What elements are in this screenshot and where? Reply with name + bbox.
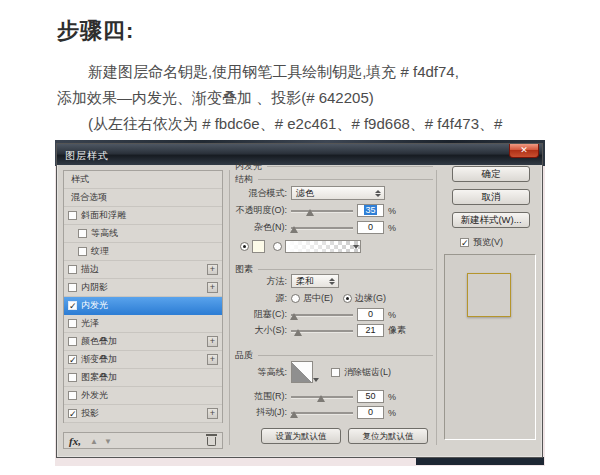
style-item-label: 内发光 bbox=[81, 300, 108, 310]
range-input[interactable]: 50 bbox=[357, 390, 384, 403]
checkbox-icon[interactable] bbox=[68, 301, 77, 310]
checkbox-icon[interactable] bbox=[68, 409, 77, 418]
checkbox-icon[interactable] bbox=[68, 355, 77, 364]
choke-slider[interactable] bbox=[291, 309, 353, 321]
cancel-button[interactable]: 取消 bbox=[452, 189, 530, 205]
noise-row: 杂色(N): 0 % bbox=[235, 221, 433, 234]
blend-mode-select[interactable]: 滤色 bbox=[291, 186, 385, 200]
style-item-label: 样式 bbox=[71, 174, 89, 184]
preview-well bbox=[444, 254, 536, 440]
style-item-gradient-overlay[interactable]: 渐变叠加 + bbox=[64, 351, 222, 369]
slider-thumb-icon[interactable] bbox=[294, 329, 302, 336]
technique-label: 方法: bbox=[235, 275, 287, 288]
contour-thumbnail[interactable] bbox=[291, 361, 313, 383]
style-item-contour[interactable]: 等高线 bbox=[64, 225, 222, 243]
checkbox-icon[interactable] bbox=[68, 265, 77, 274]
canvas-bottom-strip bbox=[416, 457, 544, 465]
slider-thumb-icon[interactable] bbox=[290, 313, 298, 320]
style-item-blending-options[interactable]: 混合选项 bbox=[64, 189, 222, 207]
inner-glow-panel: 内发光 结构 混合模式: 滤色 不透明度(O): 35 % bbox=[235, 160, 433, 452]
ok-button[interactable]: 确定 bbox=[452, 166, 530, 182]
style-item-texture[interactable]: 纹理 bbox=[64, 243, 222, 261]
source-center-radio[interactable] bbox=[291, 294, 300, 303]
gradient-radio[interactable] bbox=[273, 242, 282, 251]
chevron-down-icon bbox=[313, 378, 319, 382]
opacity-slider[interactable] bbox=[291, 205, 353, 217]
style-item-color-overlay[interactable]: 颜色叠加 + bbox=[64, 333, 222, 351]
style-item-drop-shadow[interactable]: 投影 + bbox=[64, 405, 222, 423]
style-preview-thumbnail bbox=[467, 273, 511, 317]
style-item-pattern-overlay[interactable]: 图案叠加 bbox=[64, 369, 222, 387]
slider-thumb-icon[interactable] bbox=[290, 226, 298, 233]
preview-toggle-row: 预览(V) bbox=[460, 236, 503, 249]
jitter-label: 抖动(J): bbox=[235, 406, 287, 419]
style-item-label: 投影 bbox=[81, 408, 99, 418]
delete-trash-icon[interactable] bbox=[207, 437, 216, 446]
opacity-value: 35 bbox=[364, 205, 376, 215]
glow-color-swatch[interactable] bbox=[252, 240, 265, 253]
range-value: 50 bbox=[365, 391, 375, 401]
checkbox-icon[interactable] bbox=[68, 373, 77, 382]
plus-icon[interactable]: + bbox=[207, 408, 218, 419]
plus-icon[interactable]: + bbox=[207, 336, 218, 347]
size-input[interactable]: 21 bbox=[357, 324, 384, 337]
style-item-styles[interactable]: 样式 bbox=[64, 171, 222, 189]
jitter-input[interactable]: 0 bbox=[357, 406, 384, 419]
panel-divider-right bbox=[436, 170, 437, 445]
close-icon[interactable]: ✕ bbox=[509, 144, 539, 158]
chevron-updown-icon bbox=[327, 277, 336, 286]
style-item-inner-glow[interactable]: 内发光 bbox=[64, 297, 222, 315]
style-item-inner-shadow[interactable]: 内阴影 + bbox=[64, 279, 222, 297]
move-up-icon[interactable]: ▲ bbox=[90, 437, 98, 446]
style-item-label: 渐变叠加 bbox=[81, 354, 117, 364]
move-down-icon[interactable]: ▼ bbox=[104, 437, 112, 446]
plus-icon[interactable]: + bbox=[207, 264, 218, 275]
new-style-button[interactable]: 新建样式(W)... bbox=[452, 212, 530, 228]
choke-label: 阻塞(C): bbox=[235, 308, 287, 321]
jitter-row: 抖动(J): 0 % bbox=[235, 406, 433, 419]
default-buttons-row: 设置为默认值 复位为默认值 bbox=[235, 428, 433, 444]
style-item-outer-glow[interactable]: 外发光 bbox=[64, 387, 222, 405]
preview-checkbox[interactable] bbox=[460, 238, 469, 247]
checkbox-icon[interactable] bbox=[78, 229, 87, 238]
opacity-input[interactable]: 35 bbox=[357, 204, 384, 217]
size-slider[interactable] bbox=[291, 325, 353, 337]
style-item-label: 纹理 bbox=[91, 246, 109, 256]
plus-icon[interactable]: + bbox=[207, 282, 218, 293]
gradient-bar[interactable] bbox=[285, 240, 361, 253]
checkbox-icon[interactable] bbox=[68, 337, 77, 346]
plus-icon[interactable]: + bbox=[207, 354, 218, 365]
slider-thumb-icon[interactable] bbox=[290, 411, 298, 418]
screenshot-region: 图层样式 ✕ 样式 混合选项 斜面和浮雕 等高线 纹理 bbox=[55, 140, 545, 466]
noise-slider[interactable] bbox=[291, 222, 353, 234]
technique-select[interactable]: 柔和 bbox=[291, 274, 339, 288]
antialias-checkbox[interactable] bbox=[331, 368, 340, 377]
style-item-satin[interactable]: 光泽 bbox=[64, 315, 222, 333]
reset-default-button[interactable]: 复位为默认值 bbox=[348, 428, 428, 444]
range-slider[interactable] bbox=[291, 391, 353, 403]
blend-mode-value: 滤色 bbox=[296, 188, 314, 198]
glow-color-row bbox=[235, 240, 433, 253]
choke-input[interactable]: 0 bbox=[357, 308, 384, 321]
opacity-unit: % bbox=[388, 206, 396, 216]
source-edge-radio[interactable] bbox=[343, 294, 352, 303]
checkbox-icon[interactable] bbox=[68, 391, 77, 400]
noise-input[interactable]: 0 bbox=[357, 221, 384, 234]
contour-row: 等高线: 消除锯齿(L) bbox=[235, 361, 433, 383]
checkbox-icon[interactable] bbox=[68, 211, 77, 220]
range-row: 范围(R): 50 % bbox=[235, 390, 433, 403]
blend-mode-label: 混合模式: bbox=[235, 187, 287, 200]
style-item-label: 颜色叠加 bbox=[81, 336, 117, 346]
size-row: 大小(S): 21 像素 bbox=[235, 324, 433, 337]
style-item-stroke[interactable]: 描边 + bbox=[64, 261, 222, 279]
color-radio[interactable] bbox=[240, 242, 249, 251]
jitter-slider[interactable] bbox=[291, 407, 353, 419]
set-default-button[interactable]: 设置为默认值 bbox=[261, 428, 341, 444]
checkbox-icon[interactable] bbox=[68, 319, 77, 328]
style-item-bevel-emboss[interactable]: 斜面和浮雕 bbox=[64, 207, 222, 225]
slider-thumb-icon[interactable] bbox=[317, 395, 325, 402]
slider-thumb-icon[interactable] bbox=[306, 209, 314, 216]
fx-icon[interactable]: fx, bbox=[69, 435, 81, 447]
checkbox-icon[interactable] bbox=[78, 247, 87, 256]
checkbox-icon[interactable] bbox=[68, 283, 77, 292]
